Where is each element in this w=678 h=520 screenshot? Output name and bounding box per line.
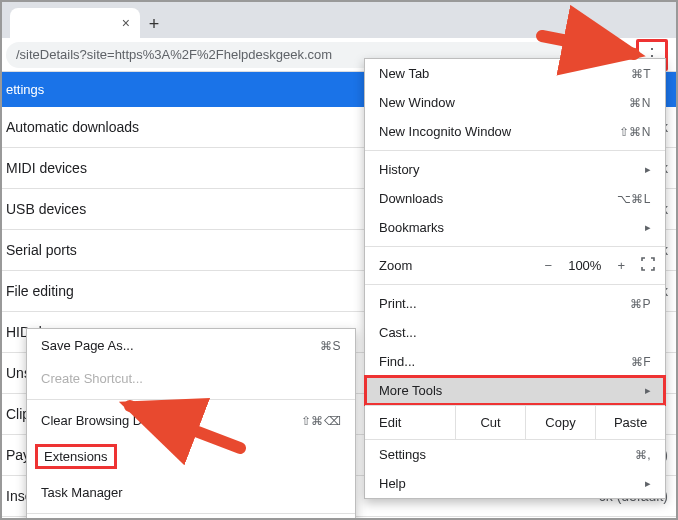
menu-separator [365, 246, 665, 247]
menu-label: Bookmarks [379, 220, 444, 235]
submenu-save-page[interactable]: Save Page As...⌘S [27, 329, 355, 362]
menu-print[interactable]: Print...⌘P [365, 289, 665, 318]
tab-close-icon[interactable]: × [122, 15, 130, 31]
menu-label: Print... [379, 296, 417, 311]
menu-new-window[interactable]: New Window⌘N [365, 88, 665, 117]
menu-help[interactable]: Help [365, 469, 665, 498]
menu-label: Create Shortcut... [41, 371, 143, 386]
menu-label: Save Page As... [41, 338, 134, 353]
menu-label: More Tools [379, 383, 442, 398]
submenu-create-shortcut: Create Shortcut... [27, 362, 355, 395]
menu-label: Downloads [379, 191, 443, 206]
submenu-extensions[interactable]: Extensions [27, 437, 355, 476]
menu-shortcut: ⌘, [635, 448, 651, 462]
menu-shortcut: ⌘S [320, 339, 341, 353]
menu-bookmarks[interactable]: Bookmarks [365, 213, 665, 242]
menu-shortcut: ⌘P [630, 297, 651, 311]
fullscreen-icon[interactable] [641, 257, 655, 274]
menu-label: New Incognito Window [379, 124, 511, 139]
menu-label: Clear Browsing Data... [41, 413, 171, 428]
menu-separator [27, 399, 355, 400]
menu-incognito[interactable]: New Incognito Window⇧⌘N [365, 117, 665, 146]
browser-tab[interactable]: × [10, 8, 140, 38]
menu-label: Extensions [35, 444, 117, 469]
setting-label: File editing [6, 283, 74, 299]
menu-new-tab[interactable]: New Tab⌘T [365, 59, 665, 88]
zoom-level: 100% [568, 258, 601, 273]
edit-cut-button[interactable]: Cut [455, 406, 525, 439]
menu-shortcut: ⇧⌘⌫ [301, 414, 342, 428]
more-tools-submenu: Save Page As...⌘S Create Shortcut... Cle… [26, 328, 356, 520]
menu-shortcut: ⌘T [631, 67, 651, 81]
menu-label: History [379, 162, 419, 177]
chrome-menu: New Tab⌘T New Window⌘N New Incognito Win… [364, 58, 666, 499]
menu-find[interactable]: Find...⌘F [365, 347, 665, 376]
menu-label: Find... [379, 354, 415, 369]
menu-more-tools[interactable]: More Tools [364, 375, 666, 406]
zoom-out-button[interactable]: − [545, 258, 553, 273]
setting-label: Serial ports [6, 242, 77, 258]
menu-separator [27, 513, 355, 514]
menu-shortcut: ⌘N [629, 96, 651, 110]
menu-label: Task Manager [41, 485, 123, 500]
menu-shortcut: ⇧⌘N [619, 125, 651, 139]
zoom-in-button[interactable]: + [617, 258, 625, 273]
menu-history[interactable]: History [365, 155, 665, 184]
setting-label: MIDI devices [6, 160, 87, 176]
setting-label: Automatic downloads [6, 119, 139, 135]
menu-zoom-row: Zoom − 100% + [365, 251, 665, 280]
menu-label: Settings [379, 447, 426, 462]
menu-cast[interactable]: Cast... [365, 318, 665, 347]
menu-label: Cast... [379, 325, 417, 340]
menu-label: New Tab [379, 66, 429, 81]
setting-label: USB devices [6, 201, 86, 217]
tab-bar: × + [2, 2, 676, 38]
menu-label: Zoom [379, 258, 412, 273]
menu-label: New Window [379, 95, 455, 110]
menu-downloads[interactable]: Downloads⌥⌘L [365, 184, 665, 213]
menu-separator [365, 284, 665, 285]
menu-label: Edit [365, 406, 455, 439]
menu-settings[interactable]: Settings⌘, [365, 440, 665, 469]
menu-shortcut: ⌥⌘L [617, 192, 651, 206]
menu-separator [365, 150, 665, 151]
submenu-task-manager[interactable]: Task Manager [27, 476, 355, 509]
menu-edit-row: Edit Cut Copy Paste [365, 405, 665, 440]
edit-paste-button[interactable]: Paste [595, 406, 665, 439]
menu-label: Help [379, 476, 406, 491]
new-tab-button[interactable]: + [140, 10, 168, 38]
edit-copy-button[interactable]: Copy [525, 406, 595, 439]
submenu-clear-data[interactable]: Clear Browsing Data...⇧⌘⌫ [27, 404, 355, 437]
menu-shortcut: ⌘F [631, 355, 651, 369]
